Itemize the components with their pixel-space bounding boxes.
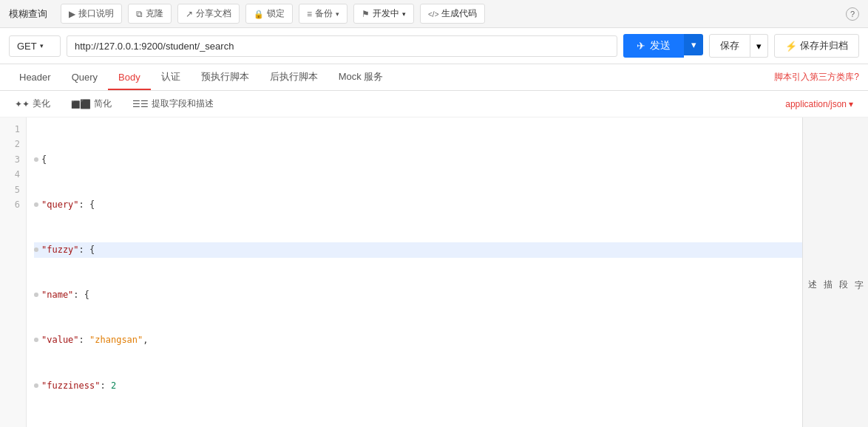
backup-button[interactable]: 备份 ▾ [299,4,347,24]
interface-doc-button[interactable]: ▶ 接口说明 [61,4,122,24]
line-dot-1 [34,157,38,162]
save-dropdown-button[interactable]: ▾ [750,34,768,58]
dev-label: 开发中 [373,7,399,20]
line-dot-3 [34,247,38,252]
content-type-button[interactable]: application/json ▾ [779,98,859,111]
tab-pre-script[interactable]: 预执行脚本 [191,64,260,91]
save-archive-button[interactable]: ⚡ 保存并归档 [774,34,859,58]
simplify-icon: ⬛ [71,99,91,109]
code-line-1: { [34,152,861,167]
simplify-label: 简化 [94,98,112,110]
backup-chevron: ▾ [336,10,339,18]
extract-button[interactable]: ☰ 提取字段和描述 [126,95,220,112]
save-label: 保存 [720,39,739,52]
share-button[interactable]: 分享文档 [177,4,240,24]
method-value: GET [17,41,37,52]
backup-icon [307,9,312,19]
third-party-link[interactable]: 脚本引入第三方类库? [774,65,859,89]
flash-icon: ⚡ [785,41,797,52]
code-icon [428,9,438,19]
line-num-5: 5 [6,182,20,197]
line-numbers: 1 2 3 4 5 6 [0,117,27,427]
beautify-label: 美化 [33,98,50,110]
send-label: 发送 [650,39,671,52]
line-num-2: 2 [6,137,20,151]
code-line-2: "query": { [34,197,861,212]
interface-doc-label: 接口说明 [78,7,114,20]
tab-auth[interactable]: 认证 [151,64,191,91]
line-dot-5 [34,338,38,342]
extract-icon: ☰ [132,99,149,109]
tab-body[interactable]: Body [108,66,151,90]
send-arrow-icon: ✈ [637,40,645,52]
codegen-label: 生成代码 [441,7,477,20]
code-editor: 1 2 3 4 5 6 { "query": { "fuzzy": { "nam… [0,117,868,427]
play-icon: ▶ [69,9,75,19]
line-num-6: 6 [6,197,20,212]
content-type-chevron: ▾ [849,99,853,109]
beautify-button[interactable]: ✦ 美化 [9,95,56,112]
line-num-3: 3 [6,152,20,167]
help-button[interactable]: ? [846,7,859,21]
save-button[interactable]: 保存 [709,34,750,58]
code-line-4: "name": { [34,287,861,302]
send-dropdown-icon: ▾ [691,39,696,50]
url-bar: GET ▾ ✈ 发送 ▾ 保存 ▾ ⚡ 保存并归档 [0,28,868,64]
page-title: 模糊查询 [9,7,47,21]
line-num-4: 4 [6,167,20,182]
share-icon [186,9,193,19]
send-button[interactable]: ✈ 发送 [623,34,684,58]
flag-icon [362,9,370,19]
clone-icon [136,9,143,19]
method-select[interactable]: GET ▾ [9,35,61,57]
clone-button[interactable]: 克隆 [128,4,172,24]
method-chevron: ▾ [40,42,44,49]
send-group: ✈ 发送 ▾ [623,34,703,58]
lock-button[interactable]: 锁定 [245,4,293,24]
url-input[interactable] [67,35,617,57]
save-group: 保存 ▾ [709,34,768,58]
save-dropdown-icon: ▾ [756,41,762,52]
top-bar: 模糊查询 ▶ 接口说明 克隆 分享文档 锁定 备份 ▾ 开发中 ▾ 生成代码 ? [0,0,868,28]
request-tabs-bar: Header Query Body 认证 预执行脚本 后执行脚本 Mock 服务… [0,64,868,91]
content-type-label: application/json [785,99,847,109]
tab-header[interactable]: Header [9,66,61,90]
dev-button[interactable]: 开发中 ▾ [353,4,414,24]
line-dot-6 [34,383,38,388]
tab-query[interactable]: Query [61,66,108,90]
extract-label: 提取字段和描述 [152,98,214,110]
line-num-1: 1 [6,122,20,137]
simplify-button[interactable]: ⬛ 简化 [65,95,118,112]
codegen-button[interactable]: 生成代码 [420,4,485,24]
code-content[interactable]: { "query": { "fuzzy": { "name": { "value… [27,117,868,427]
line-dot-4 [34,293,38,297]
tab-post-script[interactable]: 后执行脚本 [260,64,328,91]
line-dot-2 [34,202,38,207]
share-label: 分享文档 [196,7,231,20]
body-right: application/json ▾ [779,98,859,111]
body-toolbar: ✦ 美化 ⬛ 简化 ☰ 提取字段和描述 application/json ▾ [0,91,868,117]
lock-icon [254,9,264,19]
save-archive-label: 保存并归档 [800,39,848,52]
dev-chevron: ▾ [402,10,406,18]
backup-label: 备份 [315,7,333,20]
clone-label: 克隆 [146,7,163,20]
lock-label: 锁定 [267,7,285,20]
tab-mock[interactable]: Mock 服务 [328,64,394,91]
code-line-3: "fuzzy": { [34,242,861,257]
side-label: 字 段 描 述 [802,117,868,427]
code-line-5: "value": "zhangsan", [34,332,861,347]
beautify-icon: ✦ [15,99,30,109]
send-dropdown-button[interactable]: ▾ [684,34,703,55]
code-line-6: "fuzziness": 2 [34,378,861,393]
